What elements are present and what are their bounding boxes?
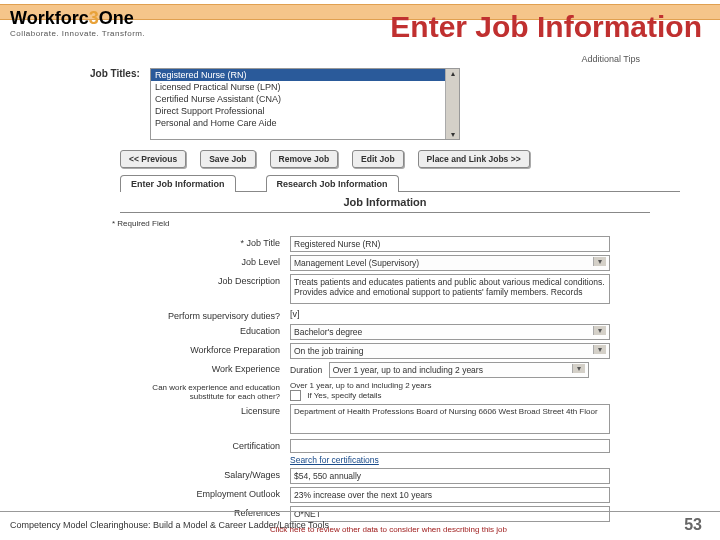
logo-tagline: Collaborate. Innovate. Transform.	[10, 29, 145, 38]
label-salary: Salary/Wages	[120, 468, 290, 480]
list-item[interactable]: Certified Nurse Assistant (CNA)	[151, 93, 459, 105]
additional-tips-link[interactable]: Additional Tips	[90, 54, 680, 64]
salary-input[interactable]: $54, 550 annually	[290, 468, 610, 484]
list-item[interactable]: Registered Nurse (RN)	[151, 69, 459, 81]
top-button-bar: << Previous Save Job Remove Job Edit Job…	[90, 150, 680, 168]
label-education: Education	[120, 324, 290, 336]
label-job-title: * Job Title	[120, 236, 290, 248]
tab-research-job-info[interactable]: Research Job Information	[266, 175, 399, 192]
label-outlook: Employment Outlook	[120, 487, 290, 499]
save-job-button[interactable]: Save Job	[200, 150, 255, 168]
footer: Competency Model Clearinghouse: Build a …	[0, 511, 720, 534]
education-select[interactable]: Bachelor's degree	[290, 324, 610, 340]
footer-text: Competency Model Clearinghouse: Build a …	[0, 520, 329, 530]
tab-bar: Enter Job Information Research Job Infor…	[120, 174, 680, 192]
remove-job-button[interactable]: Remove Job	[270, 150, 339, 168]
job-title-input[interactable]: Registered Nurse (RN)	[290, 236, 610, 252]
substitute-detail: If Yes, specify details	[307, 391, 381, 400]
duration-label: Duration	[290, 365, 322, 375]
scrollbar[interactable]: ▴▾	[445, 69, 459, 139]
edit-job-button[interactable]: Edit Job	[352, 150, 404, 168]
label-workforce-prep: Workforce Preparation	[120, 343, 290, 355]
logo-text-suffix: One	[99, 8, 134, 28]
workforce-prep-select[interactable]: On the job training	[290, 343, 610, 359]
search-certifications-link[interactable]: Search for certifications	[290, 455, 379, 465]
place-link-button[interactable]: Place and Link Jobs >>	[418, 150, 530, 168]
certification-input[interactable]	[290, 439, 610, 453]
label-supervisory: Perform supervisory duties?	[120, 309, 290, 321]
list-item[interactable]: Personal and Home Care Aide	[151, 117, 459, 129]
logo-accent: 3	[89, 8, 99, 28]
label-licensure: Licensure	[120, 404, 290, 416]
previous-button[interactable]: << Previous	[120, 150, 186, 168]
licensure-textarea[interactable]: Department of Health Professions Board o…	[290, 404, 610, 434]
slide-title: Enter Job Information	[390, 10, 702, 44]
duration-select[interactable]: Over 1 year, up to and including 2 years	[329, 362, 589, 378]
label-work-exp: Work Experience	[120, 362, 290, 374]
list-item[interactable]: Direct Support Professional	[151, 105, 459, 117]
label-job-desc: Job Description	[120, 274, 290, 286]
page-number: 53	[684, 516, 720, 534]
job-info-form: * Job TitleRegistered Nurse (RN) Job Lev…	[120, 236, 680, 522]
supervisory-value[interactable]: [v]	[290, 309, 300, 319]
logo-text-main: Workforc	[10, 8, 89, 28]
label-substitute: Can work experience and education substi…	[120, 381, 290, 401]
list-item[interactable]: Licensed Practical Nurse (LPN)	[151, 81, 459, 93]
job-level-select[interactable]: Management Level (Supervisory)	[290, 255, 610, 271]
work-exp-line2: Over 1 year, up to and including 2 years	[290, 381, 431, 390]
substitute-checkbox[interactable]	[290, 390, 301, 401]
label-certification: Certification	[120, 439, 290, 451]
required-note: * Required Field	[112, 219, 680, 228]
section-title: Job Information	[120, 192, 650, 213]
job-titles-label: Job Titles:	[90, 68, 140, 79]
label-job-level: Job Level	[120, 255, 290, 267]
outlook-input[interactable]: 23% increase over the next 10 years	[290, 487, 610, 503]
job-desc-textarea[interactable]: Treats patients and educates patients an…	[290, 274, 610, 304]
tab-enter-job-info[interactable]: Enter Job Information	[120, 175, 236, 192]
logo-block: Workforc3One Collaborate. Innovate. Tran…	[10, 8, 145, 38]
job-titles-listbox[interactable]: Registered Nurse (RN) Licensed Practical…	[150, 68, 460, 140]
